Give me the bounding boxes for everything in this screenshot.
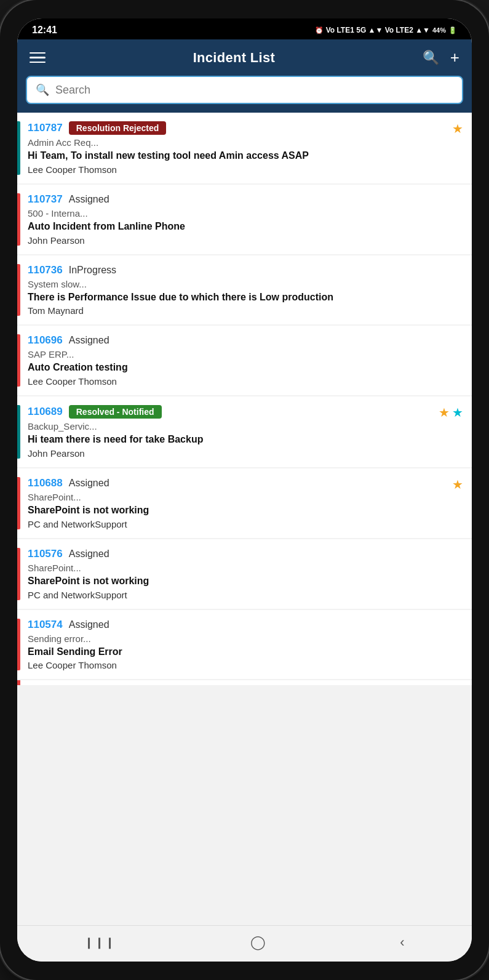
list-item-stub: [17, 680, 472, 685]
search-button[interactable]: 🔍: [423, 50, 439, 66]
incident-title: Hi team there is need for take Backup: [28, 433, 462, 446]
bottom-nav: ❙❙❙ ◯ ‹: [17, 925, 472, 962]
search-icon: 🔍: [36, 83, 49, 97]
left-border-indicator: [17, 193, 20, 246]
incident-content: 110736 InProgress System slow... There i…: [28, 264, 462, 316]
incident-person: Lee Cooper Thomson: [28, 164, 462, 175]
incident-title: Hi Team, To install new testing tool nee…: [28, 150, 462, 163]
star-icon-teal: ★: [452, 405, 463, 420]
list-item[interactable]: 110688 Assigned SharePoint... SharePoint…: [17, 468, 472, 538]
status-badge: Assigned: [69, 478, 109, 489]
status-time: 12:41: [32, 25, 57, 36]
list-item[interactable]: 110576 Assigned SharePoint... SharePoint…: [17, 539, 472, 609]
list-item[interactable]: 110736 InProgress System slow... There i…: [17, 255, 472, 325]
incident-content: 110737 Assigned 500 - Interna... Auto In…: [28, 193, 462, 246]
incident-id: 110574: [28, 619, 63, 631]
status-bar: 12:41 ⏰ Vo LTE1 5G ▲▼ Vo LTE2 ▲▼ 44% 🔋: [17, 18, 472, 39]
list-item[interactable]: 110737 Assigned 500 - Interna... Auto In…: [17, 185, 472, 254]
app-header: Incident List 🔍 +: [17, 39, 472, 76]
signal-icon: Vo LTE1 5G ▲▼ Vo LTE2 ▲▼: [326, 26, 430, 34]
left-border-indicator: [17, 264, 20, 316]
nav-recent-apps-icon[interactable]: ❙❙❙: [84, 936, 116, 949]
incident-id: 110736: [28, 264, 63, 276]
incident-content: 110787 Resolution Rejected Admin Acc Req…: [28, 121, 462, 175]
add-button[interactable]: +: [450, 48, 459, 67]
incident-id: 110689: [28, 406, 63, 418]
status-icons: ⏰ Vo LTE1 5G ▲▼ Vo LTE2 ▲▼ 44% 🔋: [315, 26, 457, 34]
phone-screen: 12:41 ⏰ Vo LTE1 5G ▲▼ Vo LTE2 ▲▼ 44% 🔋 I…: [17, 18, 472, 962]
incident-id: 110576: [28, 548, 63, 560]
list-item[interactable]: 110696 Assigned SAP ERP... Auto Creation…: [17, 326, 472, 395]
menu-line-1: [30, 52, 46, 54]
incident-person: PC and NetworkSupport: [28, 519, 462, 529]
incident-id: 110787: [28, 122, 63, 134]
list-item[interactable]: 110787 Resolution Rejected Admin Acc Req…: [17, 113, 472, 183]
incident-header-row: 110696 Assigned: [28, 334, 462, 347]
incident-id: 110688: [28, 477, 63, 489]
incident-content: 110696 Assigned SAP ERP... Auto Creation…: [28, 334, 462, 387]
incident-stars: ★: [452, 477, 463, 492]
incident-content: 110576 Assigned SharePoint... SharePoint…: [28, 548, 462, 600]
left-border-indicator: [17, 548, 20, 600]
incident-content: 110574 Assigned Sending error... Email S…: [28, 619, 462, 671]
incident-person: PC and NetworkSupport: [28, 590, 462, 600]
incident-list[interactable]: 110787 Resolution Rejected Admin Acc Req…: [17, 113, 472, 925]
incident-title: SharePoint is not working: [28, 504, 462, 517]
incident-sub: SharePoint...: [28, 492, 462, 502]
incident-person: John Pearson: [28, 235, 462, 246]
status-badge: InProgress: [69, 265, 116, 276]
status-badge: Assigned: [69, 194, 109, 205]
incident-sub: SAP ERP...: [28, 349, 462, 359]
incident-person: Lee Cooper Thomson: [28, 376, 462, 387]
incident-stars: ★ ★: [439, 405, 463, 420]
incident-sub: Admin Acc Req...: [28, 137, 462, 148]
nav-home-icon[interactable]: ◯: [250, 934, 266, 950]
incident-id: 110737: [28, 193, 63, 206]
incident-header-row: 110688 Assigned: [28, 477, 462, 489]
incident-person: Tom Maynard: [28, 305, 462, 316]
incident-stars: ★: [452, 121, 463, 136]
search-input[interactable]: [55, 84, 453, 97]
incident-title: Auto Creation testing: [28, 361, 462, 374]
left-border-indicator: [17, 477, 20, 529]
left-border-indicator: [17, 405, 20, 459]
star-icon-orange: ★: [452, 477, 463, 492]
incident-header-row: 110736 InProgress: [28, 264, 462, 276]
list-item[interactable]: 110574 Assigned Sending error... Email S…: [17, 610, 472, 680]
incident-title: There is Performance Issue due to which …: [28, 291, 462, 304]
status-badge: Resolution Rejected: [69, 121, 167, 135]
incident-title: Email Sending Error: [28, 646, 462, 659]
left-border-indicator: [17, 619, 20, 671]
incident-header-row: 110737 Assigned: [28, 193, 462, 206]
star-icon-orange: ★: [439, 405, 450, 420]
incident-id: 110696: [28, 334, 63, 347]
header-actions: 🔍 +: [423, 48, 459, 67]
incident-person: John Pearson: [28, 448, 462, 459]
menu-button[interactable]: [30, 52, 46, 63]
left-border-indicator: [17, 334, 20, 387]
incident-content: 110689 Resolved - Notified Backup_Servic…: [28, 405, 462, 459]
status-badge: Assigned: [69, 619, 109, 630]
battery-full-icon: 🔋: [448, 26, 457, 34]
left-border-indicator: [17, 121, 20, 175]
menu-line-3: [30, 62, 46, 63]
incident-person: Lee Cooper Thomson: [28, 660, 462, 670]
incident-content: 110688 Assigned SharePoint... SharePoint…: [28, 477, 462, 529]
alarm-icon: ⏰: [315, 26, 324, 34]
incident-title: Auto Incident from Lanline Phone: [28, 220, 462, 233]
incident-sub: 500 - Interna...: [28, 208, 462, 219]
incident-header-row: 110787 Resolution Rejected: [28, 121, 462, 135]
search-bar[interactable]: 🔍: [26, 76, 463, 104]
incident-header-row: 110576 Assigned: [28, 548, 462, 560]
page-title: Incident List: [193, 50, 275, 66]
list-item[interactable]: 110689 Resolved - Notified Backup_Servic…: [17, 396, 472, 467]
star-icon-orange: ★: [452, 121, 463, 136]
search-container: 🔍: [17, 76, 472, 113]
incident-title: SharePoint is not working: [28, 575, 462, 588]
menu-line-2: [30, 57, 46, 58]
incident-sub: Sending error...: [28, 633, 462, 644]
battery-icon: 44%: [432, 26, 446, 34]
incident-sub: Backup_Servic...: [28, 421, 462, 432]
nav-back-icon[interactable]: ‹: [400, 934, 404, 950]
status-badge: Assigned: [69, 548, 109, 560]
